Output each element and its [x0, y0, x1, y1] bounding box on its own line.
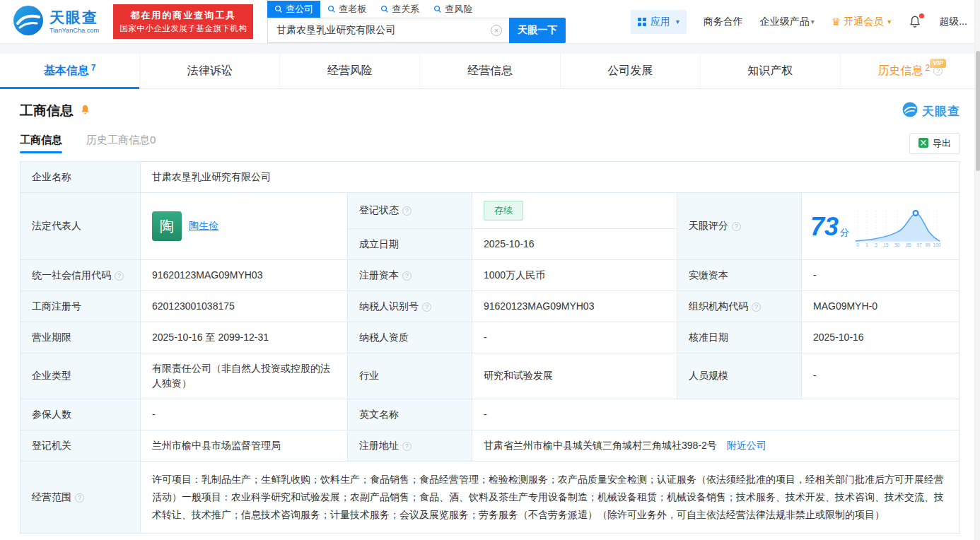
business-cooperation-link[interactable]: 商务合作 [704, 16, 743, 28]
business-cooperation-label: 商务合作 [704, 16, 743, 28]
table-row: 统一社会信用代码? 91620123MAG09MYH03 注册资本? 1000万… [21, 259, 960, 290]
subtab-history-business-registration[interactable]: 历史工商信息0 [86, 134, 156, 153]
search-input[interactable] [267, 18, 509, 43]
subscribe-bell-icon[interactable] [79, 104, 91, 119]
paid-capital-value: - [802, 259, 960, 290]
crown-icon: ♛ [832, 16, 841, 28]
legal-rep-link[interactable]: 陶生俭 [189, 218, 218, 233]
reg-status-label: 登记状态? [348, 193, 472, 229]
taxpayer-id-label: 纳税人识别号? [348, 290, 472, 322]
taxpayer-id-value: 91620123MAG09MYH03 [472, 290, 677, 322]
svg-text:0: 0 [856, 242, 859, 247]
help-icon: ? [732, 222, 741, 231]
scrollbar-thumb[interactable] [976, 51, 980, 171]
main-content: 工商信息 天眼查 工商信息 历史工商信息0 导出 [0, 89, 980, 540]
search-tab-relation[interactable]: 查关系 [373, 1, 426, 18]
reg-status-value: 存续 [472, 193, 677, 229]
export-button[interactable]: 导出 [909, 133, 960, 154]
vip-badge: VIP [930, 59, 946, 68]
taxpayer-quality-label: 纳税人资质 [348, 322, 472, 353]
staff-size-label: 人员规模 [677, 353, 802, 399]
tab-intellectual-property[interactable]: 知识产权 [700, 54, 840, 88]
help-icon: ? [75, 493, 84, 503]
legal-rep-label: 法定代表人 [21, 193, 141, 260]
subtabs-row: 工商信息 历史工商信息0 导出 [20, 133, 960, 154]
promo-line2: 国家中小企业发展子基金旗下机构 [119, 23, 247, 35]
tianyancha-watermark-icon [902, 102, 918, 120]
taxpayer-quality-value: - [472, 322, 677, 353]
svg-text:85: 85 [906, 242, 911, 247]
search-icon [274, 5, 283, 13]
reg-number-value: 620123001038175 [141, 290, 348, 322]
reg-address-value: 甘肃省兰州市榆中县城关镇三角城村三角城社398-2号 附近公司 [472, 430, 960, 461]
tab-count: 2 [926, 63, 931, 73]
company-type-value: 有限责任公司（非自然人投资或控股的法人独资） [141, 353, 348, 399]
tab-legal-proceedings[interactable]: 法律诉讼 [139, 54, 279, 88]
status-badge: 存续 [484, 201, 523, 221]
business-term-label: 营业期限 [21, 322, 141, 353]
brand-domain: TianYanCha.com [49, 26, 99, 33]
tab-count: 7 [91, 63, 96, 73]
help-icon: ? [752, 303, 761, 312]
tab-label: 知识产权 [747, 64, 793, 78]
search-tab-risk[interactable]: 查风险 [426, 1, 479, 18]
notification-dot [919, 13, 924, 18]
search-tab-company[interactable]: 查公司 [267, 1, 320, 18]
search-tab-boss[interactable]: 查老板 [320, 1, 373, 18]
apps-button[interactable]: 应用 ▾ [631, 10, 687, 34]
score-marker-dot [914, 211, 918, 216]
notification-bell-icon[interactable] [908, 15, 922, 29]
legal-rep-value: 陶 陶生俭 [141, 193, 348, 260]
enterprise-product-label: 企业级产品 [760, 16, 810, 28]
search-button[interactable]: 天眼一下 [509, 18, 566, 43]
tab-label: 法律诉讼 [187, 64, 233, 78]
credit-code-value: 91620123MAG09MYH03 [141, 259, 348, 290]
search-icon [380, 5, 389, 13]
tab-history-info[interactable]: VIP 历史信息 2 ? [840, 54, 980, 88]
super-vip-link[interactable]: 超级... [939, 16, 967, 28]
search-icon [433, 5, 442, 13]
subtab-business-registration[interactable]: 工商信息 [20, 134, 62, 153]
header-right-nav: 应用 ▾ 商务合作 企业级产品 ▾ ♛ 开通会员 ▾ 超级... [631, 10, 967, 34]
chevron-down-icon: ▾ [811, 18, 815, 25]
tianyancha-watermark-text: 天眼查 [922, 103, 960, 119]
table-row: 企业名称 甘肃农垦乳业研究有限公司 [21, 162, 960, 193]
help-icon: ? [422, 303, 431, 312]
clear-search-icon[interactable]: × [491, 25, 502, 36]
nearby-companies-link[interactable]: 附近公司 [727, 440, 766, 451]
business-scope-label: 经营范围? [21, 461, 141, 534]
promo-badge: 都在用的商业查询工具 国家中小企业发展子基金旗下机构 [113, 4, 253, 39]
help-icon: ? [402, 271, 412, 281]
help-icon: ? [115, 271, 124, 281]
page-scrollbar[interactable] [974, 0, 980, 540]
english-name-value: - [472, 399, 960, 430]
search-tab-label: 查风险 [445, 3, 472, 16]
tianyancha-watermark: 天眼查 [902, 102, 960, 120]
reg-authority-value: 兰州市榆中县市场监督管理局 [141, 430, 348, 461]
open-vip-link[interactable]: ♛ 开通会员 ▾ [832, 16, 891, 28]
reg-capital-label: 注册资本? [348, 259, 472, 290]
tab-label: 经营风险 [327, 64, 373, 78]
table-row: 工商注册号 620123001038175 纳税人识别号? 91620123MA… [21, 290, 960, 322]
excel-icon [918, 138, 928, 150]
tab-label: 历史信息 [878, 64, 923, 78]
industry-label: 行业 [348, 353, 472, 399]
enterprise-product-link[interactable]: 企业级产品 ▾ [760, 16, 815, 28]
tab-operational-risk[interactable]: 经营风险 [279, 54, 419, 88]
tianyancha-logo[interactable]: 天眼查 TianYanCha.com [13, 5, 103, 39]
reg-capital-value: 1000万人民币 [472, 259, 677, 290]
company-name-value: 甘肃农垦乳业研究有限公司 [141, 162, 960, 193]
search-block: 查公司 查老板 查关系 查风险 [267, 1, 566, 43]
search-input-wrap: × [267, 18, 509, 43]
tab-company-development[interactable]: 公司发展 [560, 54, 700, 88]
tab-basic-info[interactable]: 基本信息 7 [0, 54, 139, 88]
search-tab-label: 查公司 [286, 3, 313, 16]
tab-business-info[interactable]: 经营信息 [419, 54, 559, 88]
score-label: 天眼评分? [677, 193, 802, 260]
chevron-down-icon: ▾ [887, 18, 891, 25]
legal-rep-avatar[interactable]: 陶 [152, 211, 182, 241]
section-header: 工商信息 天眼查 [20, 102, 960, 120]
table-row: 登记机关 兰州市榆中县市场监督管理局 注册地址? 甘肃省兰州市榆中县城关镇三角城… [21, 430, 960, 461]
search-icon [327, 5, 336, 13]
search-tab-label: 查老板 [339, 3, 366, 16]
